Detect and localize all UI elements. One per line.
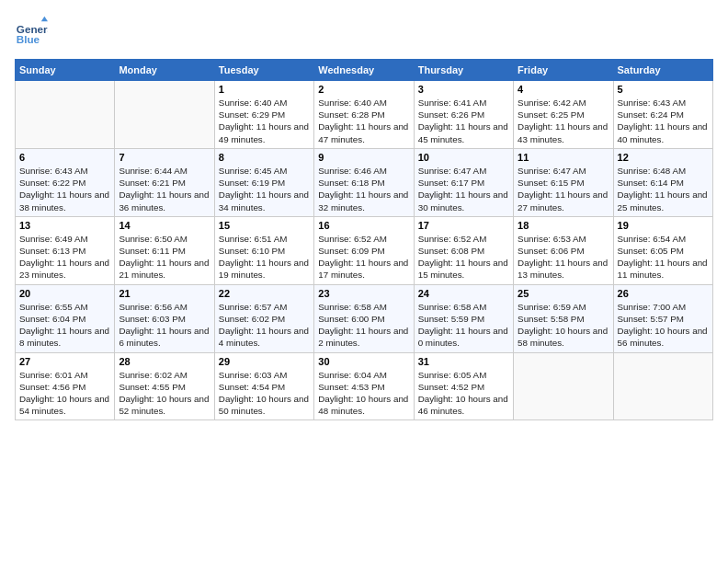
calendar-cell: 27Sunrise: 6:01 AM Sunset: 4:56 PM Dayli… [16,352,115,420]
calendar-cell: 8Sunrise: 6:45 AM Sunset: 6:19 PM Daylig… [214,148,313,216]
cell-info: Sunrise: 6:59 AM Sunset: 5:58 PM Dayligh… [518,301,609,350]
day-number: 22 [219,288,310,299]
cell-info: Sunrise: 6:53 AM Sunset: 6:06 PM Dayligh… [518,233,609,282]
weekday-header: Sunday [16,60,115,81]
calendar-cell: 7Sunrise: 6:44 AM Sunset: 6:21 PM Daylig… [115,148,214,216]
calendar-cell: 26Sunrise: 7:00 AM Sunset: 5:57 PM Dayli… [613,284,712,352]
calendar-cell: 12Sunrise: 6:48 AM Sunset: 6:14 PM Dayli… [613,148,712,216]
cell-info: Sunrise: 6:43 AM Sunset: 6:22 PM Dayligh… [19,165,110,213]
cell-info: Sunrise: 6:49 AM Sunset: 6:13 PM Dayligh… [19,233,110,282]
calendar-cell: 4Sunrise: 6:42 AM Sunset: 6:25 PM Daylig… [514,81,613,149]
cell-info: Sunrise: 6:46 AM Sunset: 6:18 PM Dayligh… [318,165,409,213]
cell-info: Sunrise: 6:05 AM Sunset: 4:52 PM Dayligh… [418,369,509,418]
weekday-header: Thursday [414,60,513,81]
day-number: 4 [518,84,609,95]
calendar-week-row: 13Sunrise: 6:49 AM Sunset: 6:13 PM Dayli… [16,216,713,284]
calendar-cell: 23Sunrise: 6:58 AM Sunset: 6:00 PM Dayli… [314,284,414,352]
cell-info: Sunrise: 6:40 AM Sunset: 6:28 PM Dayligh… [318,97,409,145]
day-number: 24 [418,288,509,299]
weekday-header: Friday [514,60,613,81]
calendar-cell: 19Sunrise: 6:54 AM Sunset: 6:05 PM Dayli… [613,216,712,284]
calendar-cell [514,352,613,420]
day-number: 7 [119,152,210,163]
cell-info: Sunrise: 6:56 AM Sunset: 6:03 PM Dayligh… [119,301,210,350]
weekday-header: Saturday [613,60,712,81]
calendar-cell: 11Sunrise: 6:47 AM Sunset: 6:15 PM Dayli… [514,148,613,216]
calendar-cell: 9Sunrise: 6:46 AM Sunset: 6:18 PM Daylig… [314,148,414,216]
cell-info: Sunrise: 6:04 AM Sunset: 4:53 PM Dayligh… [318,369,409,418]
day-number: 5 [618,84,709,95]
calendar-cell [613,352,712,420]
calendar-week-row: 1Sunrise: 6:40 AM Sunset: 6:29 PM Daylig… [16,81,713,149]
calendar-cell: 22Sunrise: 6:57 AM Sunset: 6:02 PM Dayli… [214,284,313,352]
cell-info: Sunrise: 6:50 AM Sunset: 6:11 PM Dayligh… [119,233,210,282]
day-number: 31 [418,356,509,367]
calendar-cell: 5Sunrise: 6:43 AM Sunset: 6:24 PM Daylig… [613,81,712,149]
calendar-cell: 3Sunrise: 6:41 AM Sunset: 6:26 PM Daylig… [414,81,513,149]
day-number: 8 [219,152,310,163]
calendar-cell: 18Sunrise: 6:53 AM Sunset: 6:06 PM Dayli… [514,216,613,284]
day-number: 3 [418,84,509,95]
calendar-cell [16,81,115,149]
day-number: 11 [518,152,609,163]
day-number: 2 [318,84,409,95]
calendar-week-row: 20Sunrise: 6:55 AM Sunset: 6:04 PM Dayli… [16,284,713,352]
cell-info: Sunrise: 6:52 AM Sunset: 6:09 PM Dayligh… [318,233,409,282]
day-number: 25 [518,288,609,299]
cell-info: Sunrise: 6:01 AM Sunset: 4:56 PM Dayligh… [19,369,110,418]
cell-info: Sunrise: 6:57 AM Sunset: 6:02 PM Dayligh… [219,301,310,350]
cell-info: Sunrise: 6:44 AM Sunset: 6:21 PM Dayligh… [119,165,210,213]
page-header: General Blue [15,15,713,48]
day-number: 26 [618,288,709,299]
calendar-cell: 30Sunrise: 6:04 AM Sunset: 4:53 PM Dayli… [314,352,414,420]
cell-info: Sunrise: 7:00 AM Sunset: 5:57 PM Dayligh… [618,301,709,350]
day-number: 6 [19,152,110,163]
day-number: 30 [318,356,409,367]
weekday-header: Tuesday [214,60,313,81]
day-number: 16 [318,220,409,231]
calendar-cell: 28Sunrise: 6:02 AM Sunset: 4:55 PM Dayli… [115,352,214,420]
cell-info: Sunrise: 6:42 AM Sunset: 6:25 PM Dayligh… [518,97,609,145]
day-number: 9 [318,152,409,163]
day-number: 20 [19,288,110,299]
day-number: 14 [119,220,210,231]
day-number: 29 [219,356,310,367]
svg-marker-2 [41,17,48,21]
calendar-cell: 25Sunrise: 6:59 AM Sunset: 5:58 PM Dayli… [514,284,613,352]
day-number: 18 [518,220,609,231]
cell-info: Sunrise: 6:54 AM Sunset: 6:05 PM Dayligh… [618,233,709,282]
day-number: 21 [119,288,210,299]
calendar-cell: 6Sunrise: 6:43 AM Sunset: 6:22 PM Daylig… [16,148,115,216]
day-number: 28 [119,356,210,367]
day-number: 27 [19,356,110,367]
day-number: 12 [618,152,709,163]
cell-info: Sunrise: 6:03 AM Sunset: 4:54 PM Dayligh… [219,369,310,418]
cell-info: Sunrise: 6:45 AM Sunset: 6:19 PM Dayligh… [219,165,310,213]
day-number: 15 [219,220,310,231]
day-number: 13 [19,220,110,231]
calendar-cell: 2Sunrise: 6:40 AM Sunset: 6:28 PM Daylig… [314,81,414,149]
cell-info: Sunrise: 6:55 AM Sunset: 6:04 PM Dayligh… [19,301,110,350]
calendar-table: SundayMondayTuesdayWednesdayThursdayFrid… [15,59,713,420]
cell-info: Sunrise: 6:52 AM Sunset: 6:08 PM Dayligh… [418,233,509,282]
cell-info: Sunrise: 6:40 AM Sunset: 6:29 PM Dayligh… [219,97,310,145]
calendar-cell: 24Sunrise: 6:58 AM Sunset: 5:59 PM Dayli… [414,284,513,352]
calendar-cell: 14Sunrise: 6:50 AM Sunset: 6:11 PM Dayli… [115,216,214,284]
day-number: 10 [418,152,509,163]
day-number: 1 [219,84,310,95]
day-number: 19 [618,220,709,231]
calendar-cell: 15Sunrise: 6:51 AM Sunset: 6:10 PM Dayli… [214,216,313,284]
calendar-cell: 16Sunrise: 6:52 AM Sunset: 6:09 PM Dayli… [314,216,414,284]
calendar-cell: 10Sunrise: 6:47 AM Sunset: 6:17 PM Dayli… [414,148,513,216]
calendar-cell: 20Sunrise: 6:55 AM Sunset: 6:04 PM Dayli… [16,284,115,352]
logo-icon: General Blue [15,15,48,48]
weekday-header: Monday [115,60,214,81]
calendar-cell: 13Sunrise: 6:49 AM Sunset: 6:13 PM Dayli… [16,216,115,284]
cell-info: Sunrise: 6:51 AM Sunset: 6:10 PM Dayligh… [219,233,310,282]
cell-info: Sunrise: 6:43 AM Sunset: 6:24 PM Dayligh… [618,97,709,145]
calendar-cell: 1Sunrise: 6:40 AM Sunset: 6:29 PM Daylig… [214,81,313,149]
calendar-week-row: 27Sunrise: 6:01 AM Sunset: 4:56 PM Dayli… [16,352,713,420]
calendar-week-row: 6Sunrise: 6:43 AM Sunset: 6:22 PM Daylig… [16,148,713,216]
cell-info: Sunrise: 6:58 AM Sunset: 6:00 PM Dayligh… [318,301,409,350]
cell-info: Sunrise: 6:41 AM Sunset: 6:26 PM Dayligh… [418,97,509,145]
